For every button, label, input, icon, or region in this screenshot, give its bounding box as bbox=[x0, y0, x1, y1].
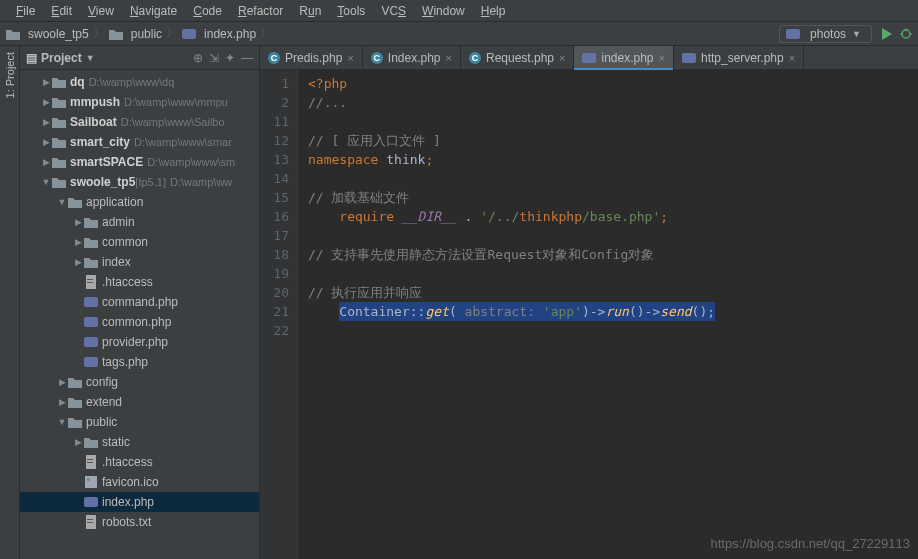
expand-arrow-icon[interactable]: ▶ bbox=[72, 257, 84, 267]
expand-arrow-icon[interactable]: ▶ bbox=[72, 237, 84, 247]
expand-arrow-icon[interactable]: ▶ bbox=[40, 137, 52, 147]
breadcrumb-item[interactable]: swoole_tp5 bbox=[6, 27, 89, 41]
project-view-icon: ▤ bbox=[26, 51, 37, 65]
gear-icon[interactable]: ✦ bbox=[225, 51, 235, 65]
run-button[interactable] bbox=[880, 28, 892, 40]
tree-label: favicon.ico bbox=[102, 475, 159, 489]
svg-rect-6 bbox=[87, 282, 93, 283]
close-icon[interactable]: × bbox=[446, 52, 452, 64]
svg-rect-9 bbox=[87, 462, 93, 463]
breadcrumb: swoole_tp5 〉 public 〉 index.php 〉 bbox=[6, 25, 272, 42]
editor[interactable]: 12111213141516171819202122 <?php //... /… bbox=[260, 70, 918, 559]
tree-row[interactable]: ▶config bbox=[20, 372, 259, 392]
editor-content[interactable]: <?php //... // [ 应用入口文件 ] namespace thin… bbox=[298, 70, 918, 559]
tree-row[interactable]: tags.php bbox=[20, 352, 259, 372]
chevron-down-icon[interactable]: ▼ bbox=[86, 53, 95, 63]
line-number: 14 bbox=[260, 169, 289, 188]
expand-arrow-icon[interactable]: ▶ bbox=[56, 397, 68, 407]
tree-label: index bbox=[102, 255, 131, 269]
tree-row[interactable]: ▶dqD:\wamp\www\dq bbox=[20, 72, 259, 92]
close-icon[interactable]: × bbox=[789, 52, 795, 64]
tree-label: mmpush bbox=[70, 95, 120, 109]
run-configuration-dropdown[interactable]: photos ▼ bbox=[779, 25, 872, 43]
tab-label: Index.php bbox=[388, 51, 441, 65]
tree-row[interactable]: ▼application bbox=[20, 192, 259, 212]
editor-tab[interactable]: index.php× bbox=[574, 46, 673, 69]
watermark: https://blog.csdn.net/qq_27229113 bbox=[711, 536, 911, 551]
tree-row[interactable]: .htaccess bbox=[20, 272, 259, 292]
menu-code[interactable]: Code bbox=[185, 2, 230, 20]
locate-icon[interactable]: ⊕ bbox=[193, 51, 203, 65]
tree-row[interactable]: ▶smartSPACED:\wamp\www\sm bbox=[20, 152, 259, 172]
tree-row[interactable]: ▶extend bbox=[20, 392, 259, 412]
project-panel-header: ▤ Project ▼ ⊕ ⇲ ✦ — bbox=[20, 46, 259, 70]
tool-window-stripe: 1: Project bbox=[0, 46, 20, 559]
editor-tab[interactable]: CIndex.php× bbox=[363, 46, 461, 69]
tree-row[interactable]: ▼swoole_tp5 [tp5.1]D:\wamp\ww bbox=[20, 172, 259, 192]
project-tool-tab[interactable]: 1: Project bbox=[4, 52, 16, 98]
menu-view[interactable]: View bbox=[80, 2, 122, 20]
editor-tab[interactable]: CPredis.php× bbox=[260, 46, 363, 69]
tree-row[interactable]: ▶common bbox=[20, 232, 259, 252]
project-tree[interactable]: ▶dqD:\wamp\www\dq▶mmpushD:\wamp\www\mmpu… bbox=[20, 70, 259, 559]
expand-arrow-icon[interactable]: ▶ bbox=[40, 117, 52, 127]
tree-row[interactable]: ▶index bbox=[20, 252, 259, 272]
tree-row[interactable]: ▶smart_cityD:\wamp\www\smar bbox=[20, 132, 259, 152]
close-icon[interactable]: × bbox=[347, 52, 353, 64]
tree-label: common bbox=[102, 235, 148, 249]
tree-row[interactable]: .htaccess bbox=[20, 452, 259, 472]
tree-path: D:\wamp\www\dq bbox=[89, 76, 175, 88]
tree-row[interactable]: index.php bbox=[20, 492, 259, 512]
editor-tab[interactable]: CRequest.php× bbox=[461, 46, 575, 69]
tree-row[interactable]: ▶SailboatD:\wamp\www\Sailbo bbox=[20, 112, 259, 132]
expand-arrow-icon[interactable]: ▼ bbox=[40, 177, 52, 187]
breadcrumb-item[interactable]: public bbox=[109, 27, 162, 41]
expand-arrow-icon[interactable]: ▼ bbox=[56, 417, 68, 427]
collapse-icon[interactable]: ⇲ bbox=[209, 51, 219, 65]
chevron-down-icon: ▼ bbox=[852, 29, 861, 39]
close-icon[interactable]: × bbox=[559, 52, 565, 64]
menu-help[interactable]: Help bbox=[473, 2, 514, 20]
expand-arrow-icon[interactable]: ▶ bbox=[40, 157, 52, 167]
menu-run[interactable]: Run bbox=[291, 2, 329, 20]
editor-tab[interactable]: http_server.php× bbox=[674, 46, 804, 69]
tree-row[interactable]: command.php bbox=[20, 292, 259, 312]
tree-row[interactable]: ▶admin bbox=[20, 212, 259, 232]
dir-icon bbox=[52, 95, 66, 109]
menu-file[interactable]: File bbox=[8, 2, 43, 20]
expand-arrow-icon[interactable]: ▶ bbox=[40, 97, 52, 107]
dir-icon bbox=[68, 395, 82, 409]
menu-tools[interactable]: Tools bbox=[329, 2, 373, 20]
menu-vcs[interactable]: VCS bbox=[373, 2, 414, 20]
expand-arrow-icon[interactable]: ▶ bbox=[40, 77, 52, 87]
dir-icon bbox=[52, 75, 66, 89]
svg-rect-10 bbox=[85, 476, 97, 488]
debug-button[interactable] bbox=[900, 28, 912, 40]
expand-arrow-icon[interactable]: ▶ bbox=[72, 217, 84, 227]
close-icon[interactable]: × bbox=[659, 52, 665, 64]
tree-row[interactable]: ▶mmpushD:\wamp\www\mmpu bbox=[20, 92, 259, 112]
project-panel-title: Project bbox=[41, 51, 82, 65]
folder-icon bbox=[6, 27, 20, 41]
tree-row[interactable]: robots.txt bbox=[20, 512, 259, 532]
tree-row[interactable]: favicon.ico bbox=[20, 472, 259, 492]
expand-arrow-icon[interactable]: ▼ bbox=[56, 197, 68, 207]
tree-row[interactable]: common.php bbox=[20, 312, 259, 332]
menu-window[interactable]: Window bbox=[414, 2, 473, 20]
expand-arrow-icon[interactable]: ▶ bbox=[72, 437, 84, 447]
tree-label: dq bbox=[70, 75, 85, 89]
tree-row[interactable]: ▶static bbox=[20, 432, 259, 452]
hide-icon[interactable]: — bbox=[241, 51, 253, 65]
breadcrumb-item[interactable]: index.php bbox=[182, 27, 256, 41]
tree-path: D:\wamp\ww bbox=[170, 176, 232, 188]
expand-arrow-icon[interactable]: ▶ bbox=[56, 377, 68, 387]
tree-row[interactable]: ▼public bbox=[20, 412, 259, 432]
chevron-right-icon: 〉 bbox=[166, 25, 178, 42]
tree-path: D:\wamp\www\smar bbox=[134, 136, 232, 148]
dir-icon bbox=[52, 175, 66, 189]
dir-icon bbox=[68, 375, 82, 389]
menu-edit[interactable]: Edit bbox=[43, 2, 80, 20]
menu-navigate[interactable]: Navigate bbox=[122, 2, 185, 20]
menu-refactor[interactable]: Refactor bbox=[230, 2, 291, 20]
tree-row[interactable]: provider.php bbox=[20, 332, 259, 352]
